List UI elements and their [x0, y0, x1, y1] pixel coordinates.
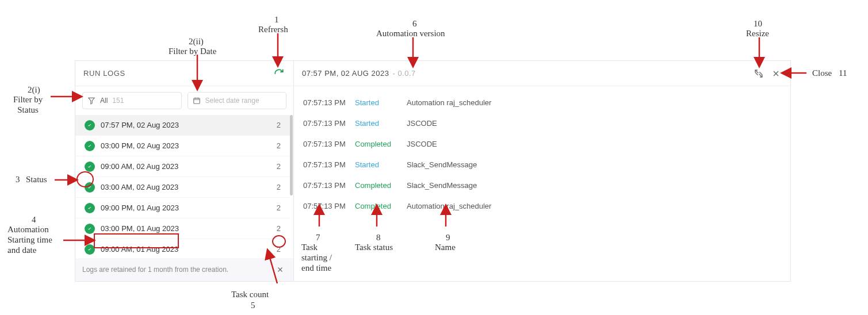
annotation-text-5: Task count [231, 289, 269, 299]
log-time: 07:57:13 PM [303, 160, 355, 169]
refresh-icon [274, 68, 284, 79]
filters: All 151 Select date range [75, 86, 293, 115]
log-name: JSCODE [407, 119, 437, 128]
automation-version: - 0.0.7 [392, 69, 415, 78]
annotation-text-3: Status [26, 174, 47, 185]
annotation-num-3: 3 [16, 174, 20, 185]
run-list[interactable]: 07:57 PM, 02 Aug 2023203:00 PM, 02 Aug 2… [75, 115, 293, 258]
log-row: 07:57:13 PMCompletedJSCODE [303, 133, 781, 154]
run-time: 03:00 PM, 02 Aug 2023 [101, 141, 179, 150]
task-count: 2 [277, 245, 281, 253]
success-icon [85, 120, 95, 130]
retention-banner: Logs are retained for 1 month from the c… [75, 258, 293, 281]
log-time: 07:57:13 PM [303, 119, 355, 128]
close-button[interactable] [770, 67, 782, 80]
retention-close-button[interactable] [274, 263, 286, 276]
date-filter[interactable]: Select date range [188, 92, 287, 109]
date-filter-placeholder: Select date range [205, 97, 259, 105]
annotation-text-10: Resize [746, 28, 769, 39]
run-row[interactable]: 09:00 AM, 01 Aug 20232 [75, 239, 290, 258]
detail-timestamp: 07:57 PM, 02 AUG 2023 [302, 69, 389, 78]
annotation-text-11: Close [812, 68, 832, 78]
run-time: 09:00 PM, 01 Aug 2023 [101, 203, 179, 212]
arrow-3 [55, 177, 78, 183]
success-icon [85, 224, 95, 234]
run-time: 03:00 AM, 02 Aug 2023 [101, 183, 178, 191]
log-status: Started [355, 119, 407, 128]
log-time: 07:57:13 PM [303, 98, 355, 107]
log-row: 07:57:13 PMStartedSlack_SendMessage [303, 154, 781, 175]
log-status: Completed [355, 181, 407, 190]
right-title: 07:57 PM, 02 AUG 2023 - 0.0.7 [302, 69, 416, 78]
annotation-text-1: Refrersh [258, 24, 288, 34]
run-row[interactable]: 03:00 PM, 01 Aug 20232 [75, 218, 290, 239]
task-count: 2 [277, 203, 281, 212]
log-status: Started [355, 160, 407, 169]
run-time: 03:00 PM, 01 Aug 2023 [101, 224, 179, 233]
resize-button[interactable] [752, 67, 765, 80]
log-name: Automation raj_scheduler [407, 202, 491, 210]
left-header: RUN LOGS [75, 61, 293, 86]
run-row[interactable]: 09:00 PM, 01 Aug 20232 [75, 198, 290, 218]
run-row[interactable]: 09:00 AM, 02 Aug 20232 [75, 156, 290, 177]
annotation-text-4: Automation Starting time and date [7, 224, 52, 255]
annotation-num-4: 4 [32, 214, 36, 225]
run-time: 09:00 AM, 01 Aug 2023 [101, 245, 178, 253]
annotation-text-2i: Filter by Status [13, 94, 43, 115]
close-icon [771, 69, 781, 78]
task-count: 2 [277, 183, 281, 191]
log-time: 07:57:13 PM [303, 181, 355, 190]
left-title: RUN LOGS [83, 69, 125, 78]
run-row[interactable]: 03:00 AM, 02 Aug 20232 [75, 177, 290, 198]
refresh-button[interactable] [273, 67, 285, 80]
annotation-num-2ii: 2(ii) [189, 36, 204, 47]
scrollbar-thumb[interactable] [290, 115, 293, 195]
task-count: 2 [277, 162, 281, 171]
filter-icon [87, 97, 95, 105]
resize-icon [754, 69, 763, 78]
retention-text: Logs are retained for 1 month from the c… [82, 266, 228, 274]
status-filter[interactable]: All 151 [82, 92, 182, 109]
success-icon [85, 182, 95, 193]
log-time: 07:57:13 PM [303, 202, 355, 210]
annotation-text-6: Automation version [376, 28, 445, 39]
log-name: Slack_SendMessage [407, 160, 477, 169]
success-icon [85, 141, 95, 151]
log-status: Started [355, 98, 407, 107]
annotation-num-10: 10 [754, 18, 762, 29]
status-filter-count: 151 [112, 97, 124, 105]
success-icon [85, 244, 95, 255]
task-count: 2 [277, 224, 281, 233]
run-row[interactable]: 07:57 PM, 02 Aug 20232 [75, 115, 290, 136]
calendar-icon [193, 97, 201, 105]
annotation-text-2ii: Filter by Date [169, 46, 216, 56]
run-time: 07:57 PM, 02 Aug 2023 [101, 121, 179, 129]
task-count: 2 [277, 121, 281, 129]
log-table: 07:57:13 PMStartedAutomation raj_schedul… [294, 86, 790, 222]
log-name: Automation raj_scheduler [407, 98, 491, 107]
success-icon [85, 162, 95, 172]
success-icon [85, 203, 95, 213]
annotation-num-1: 1 [274, 14, 279, 25]
svg-marker-0 [89, 98, 95, 104]
right-header: 07:57 PM, 02 AUG 2023 - 0.0.7 [294, 61, 790, 86]
log-status: Completed [355, 140, 407, 148]
run-time: 09:00 AM, 02 Aug 2023 [101, 162, 178, 171]
close-icon [276, 266, 284, 274]
annotation-num-6: 6 [412, 18, 417, 29]
right-pane: 07:57 PM, 02 AUG 2023 - 0.0.7 07:57:13 P… [294, 61, 790, 281]
annotation-num-11: 11 [839, 68, 847, 78]
task-count: 2 [277, 141, 281, 150]
left-pane: RUN LOGS All 151 Select date range [75, 61, 294, 281]
log-row: 07:57:13 PMStartedJSCODE [303, 113, 781, 133]
log-row: 07:57:13 PMCompletedSlack_SendMessage [303, 175, 781, 195]
log-time: 07:57:13 PM [303, 140, 355, 148]
log-name: Slack_SendMessage [407, 181, 477, 190]
annotation-num-2i: 2(i) [28, 84, 40, 95]
run-row[interactable]: 03:00 PM, 02 Aug 20232 [75, 136, 290, 156]
log-row: 07:57:13 PMCompletedAutomation raj_sched… [303, 195, 781, 216]
svg-rect-1 [193, 98, 200, 103]
log-row: 07:57:13 PMStartedAutomation raj_schedul… [303, 92, 781, 113]
annotation-num-5: 5 [251, 300, 255, 310]
run-logs-panel: RUN LOGS All 151 Select date range [75, 60, 791, 282]
